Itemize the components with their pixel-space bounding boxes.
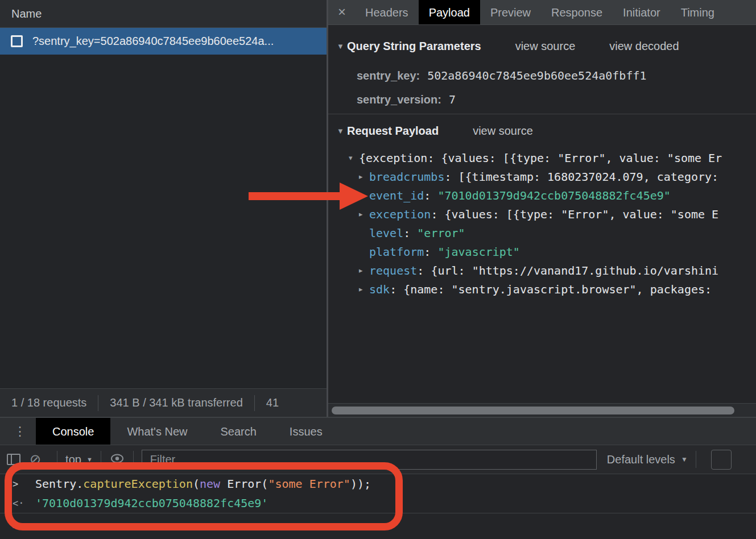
tree-token: : [{timestamp: 1680237024.079, category:	[444, 170, 718, 184]
tab-timing[interactable]: Timing	[671, 0, 725, 25]
query-param-list: sentry_key:502a86940c7845ee9b60ee524a0fb…	[328, 64, 756, 111]
view-source-link[interactable]: view source	[473, 125, 533, 138]
tree-token: "error"	[417, 226, 465, 240]
drawer-tab-issues[interactable]: Issues	[273, 418, 339, 445]
tree-token: : {values: [{type: "Error", value: "some…	[431, 208, 718, 221]
query-string-section-header: ▼ Query String Parameters view source vi…	[328, 36, 756, 56]
console-message-list: >Sentry.captureException(new Error("some…	[0, 474, 756, 513]
javascript-context-dropdown[interactable]: top ▼	[65, 453, 93, 466]
tree-expand-icon[interactable]: ▾	[349, 154, 359, 162]
network-list-empty-area	[0, 55, 327, 388]
drawer-tab-what-s-new[interactable]: What's New	[110, 418, 204, 445]
console-token: ));	[350, 477, 371, 491]
tree-row-platform: platform: "javascript"	[328, 242, 756, 261]
tree-token: "7010d01379d942ccb075048882fc45e9"	[437, 189, 670, 202]
toolbar-end-button[interactable]	[711, 450, 732, 470]
console-token: (	[193, 477, 200, 491]
default-levels-label: Default levels	[607, 453, 675, 466]
param-key: sentry_key:	[357, 69, 420, 82]
live-expression-eye-icon[interactable]	[110, 454, 124, 466]
tree-token: {exception: {values: [{type: "Error", va…	[359, 151, 722, 165]
kebab-menu-icon[interactable]: ⋮	[14, 424, 26, 439]
section-collapse-icon[interactable]: ▼	[337, 127, 347, 135]
console-result-row: <·'7010d01379d942ccb075048882fc45e9'	[0, 494, 756, 513]
drawer-tab-search[interactable]: Search	[204, 418, 272, 445]
toolbar-divider	[133, 451, 134, 468]
tab-response[interactable]: Response	[541, 0, 613, 25]
horizontal-scrollbar[interactable]	[328, 403, 756, 417]
tab-initiator[interactable]: Initiator	[613, 0, 671, 25]
query-param-row: sentry_key:502a86940c7845ee9b60ee524a0fb…	[328, 64, 756, 88]
console-prompt-row[interactable]: >	[0, 513, 756, 536]
view-source-link[interactable]: view source	[515, 40, 576, 53]
console-token: '7010d01379d942ccb075048882fc45e9'	[35, 496, 268, 510]
status-segment: 341 B / 341 kB transferred	[98, 396, 254, 409]
tree-expand-icon[interactable]: ▸	[359, 266, 369, 275]
console-token: new	[200, 477, 220, 491]
console-sidebar-toggle-icon[interactable]	[7, 454, 20, 465]
tree-row-level: level: "error"	[328, 223, 756, 242]
tab-payload[interactable]: Payload	[419, 0, 480, 25]
tree-token: exception	[369, 208, 431, 221]
console-toolbar: ⊘ top ▼ Default levels ▼	[0, 445, 756, 474]
payload-json-tree: ▾{exception: {values: [{type: "Error", v…	[328, 148, 756, 298]
console-token: Error(	[220, 477, 268, 491]
request-name: ?sentry_key=502a86940c7845ee9b60ee524a..…	[32, 35, 274, 48]
tab-preview[interactable]: Preview	[480, 0, 541, 25]
network-panel: Name ?sentry_key=502a86940c7845ee9b60ee5…	[0, 0, 328, 417]
request-checkbox[interactable]	[11, 35, 23, 47]
tree-token: : {url: "https://vanand17.github.io/vars…	[417, 264, 718, 277]
detail-tab-bar: × HeadersPayloadPreviewResponseInitiator…	[328, 0, 756, 25]
request-payload-section-header: ▼ Request Payload view source	[328, 121, 756, 140]
close-icon[interactable]: ×	[328, 4, 355, 21]
console-filter-input[interactable]	[142, 450, 597, 470]
console-token: "some Error"	[268, 477, 350, 491]
chevron-down-icon: ▼	[86, 456, 93, 463]
clear-console-icon[interactable]: ⊘	[30, 451, 41, 467]
tree-token: : {name: "sentry.javascript.browser", pa…	[390, 283, 712, 296]
tree-token: event_id	[369, 189, 424, 202]
devtools-top-split: Name ?sentry_key=502a86940c7845ee9b60ee5…	[0, 0, 756, 418]
tree-token: :	[424, 245, 437, 259]
request-detail-panel: × HeadersPayloadPreviewResponseInitiator…	[328, 0, 756, 417]
console-prompt-icon: >	[13, 518, 19, 532]
devtools-window: Name ?sentry_key=502a86940c7845ee9b60ee5…	[0, 0, 756, 539]
tree-row-exception[interactable]: ▸exception: {values: [{type: "Error", va…	[328, 205, 756, 223]
tree-expand-icon[interactable]: ▸	[359, 285, 369, 293]
return-value-icon: <·	[13, 497, 27, 509]
tree-row-request[interactable]: ▸request: {url: "https://vanand17.github…	[328, 261, 756, 280]
tree-row-breadcrumbs[interactable]: ▸breadcrumbs: [{timestamp: 1680237024.07…	[328, 167, 756, 186]
console-token: captureException	[83, 477, 193, 491]
tree-row-sdk[interactable]: ▸sdk: {name: "sentry.javascript.browser"…	[328, 280, 756, 298]
query-string-title: Query String Parameters	[347, 40, 481, 53]
tree-token: breadcrumbs	[369, 170, 444, 184]
status-segment: 41	[255, 396, 290, 409]
param-value: 7	[449, 93, 456, 106]
network-request-row[interactable]: ?sentry_key=502a86940c7845ee9b60ee524a..…	[0, 28, 327, 55]
network-name-label: Name	[11, 7, 42, 20]
tree-token: platform	[369, 245, 424, 259]
drawer-tab-console[interactable]: Console	[36, 418, 110, 445]
tree-row-root[interactable]: ▾{exception: {values: [{type: "Error", v…	[328, 148, 756, 167]
query-param-row: sentry_version:7	[328, 88, 756, 111]
scrollbar-thumb[interactable]	[332, 407, 734, 414]
console-token: Sentry.	[35, 477, 83, 491]
tree-token: :	[403, 226, 417, 240]
default-levels-dropdown[interactable]: Default levels ▼	[607, 453, 688, 466]
toolbar-divider	[101, 451, 101, 468]
payload-tab-content: ▼ Query String Parameters view source vi…	[328, 25, 756, 417]
drawer-tab-bar: ⋮ ConsoleWhat's NewSearchIssues	[0, 418, 756, 445]
drawer-tabs: ConsoleWhat's NewSearchIssues	[36, 418, 339, 445]
console-message-text: Sentry.captureException(new Error("some …	[35, 477, 371, 491]
section-collapse-icon[interactable]: ▼	[337, 42, 347, 51]
tree-expand-icon[interactable]: ▸	[359, 210, 369, 218]
view-decoded-link[interactable]: view decoded	[609, 40, 679, 53]
section-divider	[328, 114, 756, 114]
tree-token: :	[424, 189, 437, 202]
network-name-column-header[interactable]: Name	[0, 0, 327, 28]
param-key: sentry_version:	[357, 93, 441, 106]
status-segment: 1 / 18 requests	[0, 396, 98, 409]
tree-expand-icon[interactable]: ▸	[359, 172, 369, 181]
tab-headers[interactable]: Headers	[355, 0, 419, 25]
context-label: top	[65, 453, 81, 466]
